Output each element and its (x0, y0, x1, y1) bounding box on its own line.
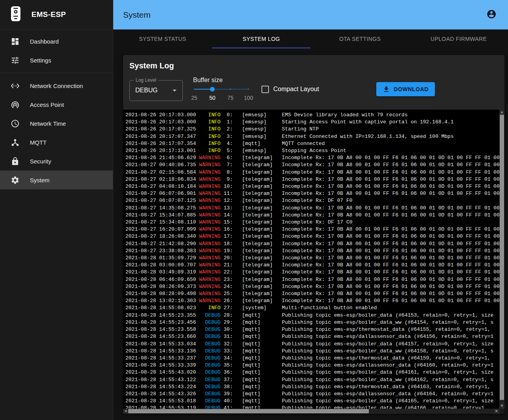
ems-esp-logo-icon (11, 6, 21, 24)
log-line: 2021-08-28 14:55:33.237DEBUG34:[mqtt]Pub… (125, 355, 504, 362)
log-line: 2021-08-28 14:55:43.122DEBUG37:[mqtt]Pub… (125, 376, 504, 383)
sidebar-item-label: Settings (30, 57, 51, 64)
log-line: 2021-08-28 03:49:09.319WARNING22:[telegr… (125, 269, 504, 276)
account-circle-icon (486, 9, 497, 20)
sidebar-item-network-connection[interactable]: Network Connection (0, 76, 113, 95)
log-line: 2021-08-27 23:38:08.383WARNING19:[telegr… (125, 248, 504, 255)
log-line: 2021-08-26 21:45:06.629WARNING6:[telegra… (125, 154, 504, 161)
tab-system-status[interactable]: SYSTEM STATUS (113, 29, 212, 48)
log-line: 2021-08-26 20:17:13.001INFO5:[emsesp]Sto… (125, 147, 504, 154)
sidebar-nav: DashboardSettingsNetwork ConnectionAcces… (0, 29, 113, 189)
buffer-size-slider[interactable] (194, 84, 248, 95)
scroll-left-arrow-icon[interactable]: ◀ (123, 409, 128, 414)
log-level-select[interactable]: Log Level DEBUG (129, 80, 183, 101)
sidebar-item-label: Access Point (30, 101, 64, 108)
system-log-card: System Log Log Level DEBUG Buffer size (123, 55, 504, 414)
card-head: System Log Log Level DEBUG Buffer size (123, 55, 504, 110)
tab-upload-firmware[interactable]: UPLOAD FIRMWARE (409, 29, 508, 48)
log-line: 2021-08-28 06:46:09.650WARNING23:[telegr… (125, 276, 504, 283)
log-line: 2021-08-28 08:28:09.498WARNING25:[telegr… (125, 290, 504, 297)
sidebar-item-label: MQTT (30, 139, 47, 146)
scroll-down-arrow-icon[interactable]: ▼ (499, 403, 504, 409)
log-level-label: Log Level (134, 77, 158, 83)
clock-icon (10, 119, 20, 128)
account-button[interactable] (484, 7, 499, 23)
log-line: 2021-08-28 14:55:33.136DEBUG33:[mqtt]Pub… (125, 348, 504, 355)
ethernet-icon (10, 81, 20, 90)
slider-mark-label: 50 (209, 95, 215, 101)
buffer-size-label: Buffer size (193, 77, 253, 84)
appbar: System (113, 0, 508, 29)
download-button[interactable]: DOWNLOAD (376, 82, 435, 96)
sidebar-header: EMS-ESP (0, 0, 113, 29)
log-line: 2021-08-27 16:20:07.999WARNING16:[telegr… (125, 226, 504, 233)
log-line: 2021-08-28 14:55:53.018DEBUG40:[mqtt]Pub… (125, 398, 504, 405)
app-title: EMS-ESP (31, 10, 66, 19)
log-line: 2021-08-26 20:17:03.000INFO1:[emsesp]Sta… (125, 119, 504, 126)
scrollbar-corner (499, 409, 504, 414)
content: System Log Log Level DEBUG Buffer size (113, 48, 508, 420)
tune-icon (10, 55, 20, 65)
lock-icon (10, 156, 20, 166)
download-button-label: DOWNLOAD (394, 86, 429, 92)
slider-mark-label: 100 (244, 95, 253, 101)
sidebar-item-label: Network Connection (30, 83, 83, 89)
panel-title: System Log (129, 61, 498, 70)
log-line: 2021-08-27 14:35:08.275WARNING13:[telegr… (125, 205, 504, 212)
vertical-scrollbar[interactable]: ▲ ▼ (499, 110, 504, 409)
vertical-scroll-thumb[interactable] (500, 115, 504, 400)
horizontal-scrollbar[interactable]: ◀ ▶ (123, 409, 499, 414)
sidebar-item-dashboard[interactable]: Dashboard (0, 32, 113, 51)
sidebar-item-system[interactable]: System (0, 171, 113, 189)
log-line: 2021-08-28 14:55:23.660DEBUG31:[mqtt]Pub… (125, 333, 504, 340)
scroll-right-arrow-icon[interactable]: ▶ (494, 409, 499, 414)
sidebar-item-access-point[interactable]: Access Point (0, 95, 113, 114)
log-level-value: DEBUG (135, 87, 158, 94)
device-hub-icon (10, 138, 20, 147)
log-line: 2021-08-27 18:26:08.340WARNING17:[telegr… (125, 233, 504, 240)
compact-layout-checkbox[interactable]: Compact Layout (261, 86, 319, 93)
log-line: 2021-08-28 14:55:33.034DEBUG32:[mqtt]Pub… (125, 341, 504, 348)
main-area: System SYSTEM STATUSSYSTEM LOGOTA SETTIN… (113, 0, 508, 420)
log-line: 2021-08-27 02:15:06.584WARNING8:[telegra… (125, 169, 504, 176)
sidebar-item-settings[interactable]: Settings (0, 51, 113, 70)
scroll-up-arrow-icon[interactable]: ▲ (499, 110, 504, 115)
compact-layout-label: Compact Layout (273, 86, 319, 93)
download-icon (383, 86, 390, 93)
log-line: 2021-08-26 20:17:03.000INFO0:[emsesp]EMS… (125, 112, 504, 119)
log-line: 2021-08-28 14:55:43.326DEBUG39:[mqtt]Pub… (125, 391, 504, 398)
tab-system-log[interactable]: SYSTEM LOG (212, 29, 311, 48)
slider-mark-label: 75 (227, 95, 234, 101)
log-line: 2021-08-27 02:18:06.834WARNING9:[telegra… (125, 176, 504, 183)
log-line: 2021-08-28 14:55:23.558DEBUG30:[mqtt]Pub… (125, 326, 504, 333)
log-lines: 2021-08-26 20:17:03.000INFO0:[emsesp]EMS… (123, 110, 504, 412)
log-line: 2021-08-28 14:55:08.023INFO27:[system]Mu… (125, 304, 504, 312)
chevron-down-icon (170, 86, 179, 95)
log-line: 2021-08-28 14:55:23.355DEBUG28:[mqtt]Pub… (125, 312, 504, 319)
log-line: 2021-08-27 04:08:10.184WARNING10:[telegr… (125, 183, 504, 190)
horizontal-scroll-thumb[interactable] (128, 409, 369, 413)
slider-mark-label: 25 (191, 95, 197, 101)
log-line: 2021-08-28 13:02:10.303WARNING26:[telegr… (125, 297, 504, 304)
log-line: 2021-08-26 20:17:07.347INFO3:[emsesp]Eth… (125, 133, 504, 140)
gear-icon (10, 175, 20, 185)
buffer-size-group: Buffer size 255075100 (193, 77, 253, 102)
sidebar-item-network-time[interactable]: Network Time (0, 114, 113, 133)
controls-row: Log Level DEBUG Buffer size (129, 77, 498, 102)
buffer-slider-thumb[interactable] (210, 87, 215, 92)
tab-ota-settings[interactable]: OTA SETTINGS (311, 29, 409, 48)
sidebar-item-security[interactable]: Security (0, 152, 113, 171)
dashboard-icon (10, 37, 20, 46)
sidebar-item-label: Dashboard (30, 38, 59, 45)
log-line: 2021-08-27 06:07:07.125WARNING12:[telegr… (125, 197, 504, 204)
log-line: 2021-08-28 01:35:09.729WARNING20:[telegr… (125, 255, 504, 262)
sidebar-item-label: Network Time (30, 120, 66, 127)
page-title: System (123, 10, 151, 20)
log-line: 2021-08-27 06:07:06.901WARNING11:[telegr… (125, 190, 504, 197)
sidebar-item-mqtt[interactable]: MQTT (0, 133, 113, 152)
log-line: 2021-08-28 14:55:33.339DEBUG35:[mqtt]Pub… (125, 362, 504, 369)
log-line: 2021-08-27 00:40:06.735WARNING7:[telegra… (125, 161, 504, 169)
checkbox-unchecked-icon (261, 86, 269, 93)
wifi-tethering-icon (10, 100, 20, 109)
tab-bar: SYSTEM STATUSSYSTEM LOGOTA SETTINGSUPLOA… (113, 29, 508, 48)
